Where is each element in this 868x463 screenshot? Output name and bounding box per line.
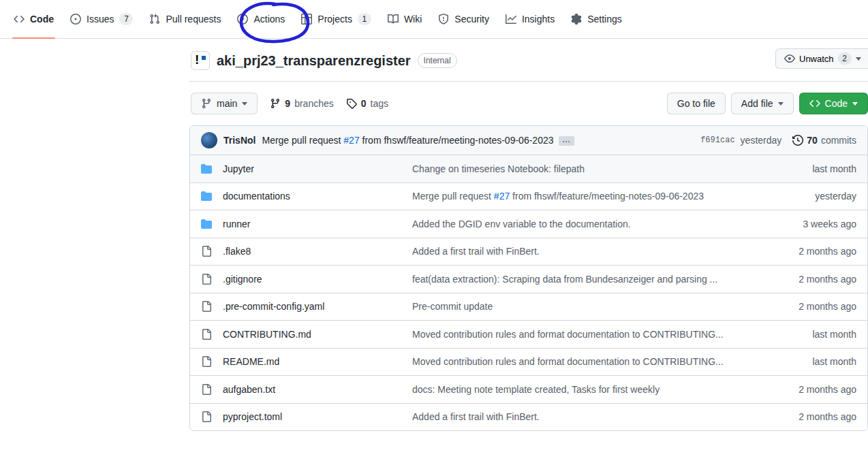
history-icon bbox=[792, 135, 803, 146]
latest-commit-bar: TrisNol Merge pull request #27 from fhsw… bbox=[190, 126, 867, 155]
table-row[interactable]: runner Added the DGID env variable to th… bbox=[190, 210, 867, 238]
chevron-down-icon bbox=[242, 102, 247, 106]
folder-icon bbox=[201, 191, 212, 202]
folder-icon bbox=[201, 163, 212, 174]
pr-link[interactable]: #27 bbox=[494, 191, 510, 202]
commits-count: 70 bbox=[807, 135, 818, 146]
commit-message-link[interactable]: feat(data extraction): Scraping data fro… bbox=[412, 274, 764, 285]
table-row[interactable]: CONTRIBUTING.md Moved contribution rules… bbox=[190, 320, 867, 348]
play-icon bbox=[237, 14, 248, 25]
commit-message-link[interactable]: docs: Meeting note template created, Tas… bbox=[412, 384, 764, 395]
table-row[interactable]: .pre-commit-config.yaml Pre-commit updat… bbox=[190, 293, 867, 321]
file-name-link[interactable]: Jupyter bbox=[223, 163, 401, 174]
file-name-link[interactable]: pyproject.toml bbox=[223, 411, 401, 422]
commit-age: last month bbox=[775, 329, 856, 340]
repo-header: ! aki_prj23_transparenzregister Internal… bbox=[189, 39, 868, 82]
tab-code[interactable]: Code bbox=[5, 0, 62, 38]
table-row[interactable]: documentations Merge pull request #27 fr… bbox=[190, 182, 867, 210]
branch-selector-button[interactable]: main bbox=[191, 93, 258, 114]
tags-link[interactable]: 0 tags bbox=[346, 98, 388, 109]
tab-settings[interactable]: Settings bbox=[563, 0, 630, 38]
tab-security-label: Security bbox=[454, 14, 489, 25]
commit-message-link[interactable]: Added a first trail with FinBert. bbox=[412, 246, 764, 257]
file-icon bbox=[201, 329, 212, 340]
tag-icon bbox=[346, 98, 357, 109]
tab-settings-label: Settings bbox=[587, 14, 622, 25]
file-icon bbox=[201, 384, 212, 395]
git-pull-request-icon bbox=[149, 14, 160, 25]
commit-age: yesterday bbox=[775, 191, 856, 202]
add-file-label: Add file bbox=[741, 98, 773, 109]
commit-sha-link[interactable]: f691cac bbox=[700, 135, 734, 145]
commit-message-link[interactable]: Moved contribution rules and format docu… bbox=[412, 356, 764, 367]
table-row[interactable]: Jupyter Change on timeseries Notebook: f… bbox=[190, 155, 867, 182]
tab-insights[interactable]: Insights bbox=[497, 0, 563, 38]
commit-age: 2 months ago bbox=[775, 384, 856, 395]
commit-date: yesterday bbox=[741, 135, 782, 146]
unwatch-button[interactable]: Unwatch 2 bbox=[775, 48, 868, 69]
tags-count: 0 bbox=[361, 98, 367, 109]
pr-link[interactable]: #27 bbox=[343, 135, 359, 146]
tab-pull-requests-label: Pull requests bbox=[166, 14, 221, 25]
go-to-file-button[interactable]: Go to file bbox=[667, 93, 726, 114]
commit-message-link[interactable]: Added the DGID env variable to the docum… bbox=[412, 219, 764, 229]
gear-icon bbox=[571, 14, 582, 25]
tab-wiki[interactable]: Wiki bbox=[379, 0, 430, 38]
file-icon bbox=[201, 246, 212, 257]
commit-message-link[interactable]: Added a first trail with FinBert. bbox=[412, 411, 764, 422]
add-file-button[interactable]: Add file bbox=[731, 93, 794, 114]
table-icon bbox=[301, 14, 312, 25]
shield-icon bbox=[438, 14, 449, 25]
commit-message-link[interactable]: Pre-commit update bbox=[412, 301, 764, 312]
commit-message-link[interactable]: Change on timeseries Notebook: filepath bbox=[412, 163, 764, 174]
file-icon bbox=[201, 356, 212, 367]
commit-age: 3 weeks ago bbox=[775, 219, 856, 229]
branches-label: branches bbox=[294, 98, 334, 109]
tab-actions[interactable]: Actions bbox=[229, 0, 293, 38]
issues-count-badge: 7 bbox=[119, 13, 133, 25]
branches-link[interactable]: 9 branches bbox=[270, 98, 333, 109]
commit-author-link[interactable]: TrisNol bbox=[223, 135, 255, 146]
file-name-link[interactable]: aufgaben.txt bbox=[223, 384, 401, 395]
commits-label: commits bbox=[821, 135, 856, 146]
file-icon bbox=[201, 301, 212, 312]
commit-age: 2 months ago bbox=[775, 246, 856, 257]
repo-toolbar: main 9 branches 0 tags Go to file Add fi… bbox=[189, 93, 868, 114]
commit-history-link[interactable]: 70 commits bbox=[792, 135, 856, 146]
tab-projects[interactable]: Projects 1 bbox=[293, 0, 379, 38]
git-branch-icon bbox=[270, 98, 281, 109]
file-name-link[interactable]: CONTRIBUTING.md bbox=[223, 329, 401, 340]
tab-code-label: Code bbox=[30, 14, 54, 25]
file-icon bbox=[201, 274, 212, 285]
commit-age: 2 months ago bbox=[775, 411, 856, 422]
watch-count-badge: 2 bbox=[838, 52, 852, 65]
branches-count: 9 bbox=[285, 98, 290, 109]
file-name-link[interactable]: .flake8 bbox=[223, 246, 401, 257]
file-name-link[interactable]: documentations bbox=[223, 191, 401, 202]
tab-issues[interactable]: Issues 7 bbox=[62, 0, 141, 38]
code-button[interactable]: Code bbox=[799, 93, 868, 114]
tab-security[interactable]: Security bbox=[430, 0, 497, 38]
file-name-link[interactable]: .gitignore bbox=[223, 274, 401, 285]
book-icon bbox=[388, 14, 399, 25]
table-row[interactable]: aufgaben.txt docs: Meeting note template… bbox=[190, 375, 867, 403]
file-name-link[interactable]: runner bbox=[223, 219, 401, 229]
table-row[interactable]: .gitignore feat(data extraction): Scrapi… bbox=[190, 265, 867, 293]
file-name-link[interactable]: .pre-commit-config.yaml bbox=[223, 301, 401, 312]
file-name-link[interactable]: README.md bbox=[223, 356, 401, 367]
table-row[interactable]: pyproject.toml Added a first trail with … bbox=[190, 403, 867, 431]
commit-author-avatar[interactable] bbox=[201, 132, 217, 148]
tab-pull-requests[interactable]: Pull requests bbox=[141, 0, 229, 38]
org-avatar[interactable]: ! bbox=[191, 51, 210, 70]
commit-message-link[interactable]: Merge pull request #27 from fhswf/featur… bbox=[412, 191, 764, 202]
repo-content: ! aki_prj23_transparenzregister Internal… bbox=[189, 39, 868, 431]
chevron-down-icon bbox=[852, 102, 858, 106]
table-row[interactable]: README.md Moved contribution rules and f… bbox=[190, 348, 867, 376]
commit-message[interactable]: Merge pull request #27 from fhswf/featur… bbox=[262, 135, 574, 146]
github-repo-page: Code Issues 7 Pull requests Actions Proj… bbox=[0, 0, 868, 431]
file-rows: Jupyter Change on timeseries Notebook: f… bbox=[190, 155, 867, 430]
commit-message-link[interactable]: Moved contribution rules and format docu… bbox=[412, 329, 764, 340]
unwatch-label: Unwatch bbox=[799, 54, 834, 64]
commit-ellipsis-button[interactable]: ... bbox=[559, 136, 574, 146]
table-row[interactable]: .flake8 Added a first trail with FinBert… bbox=[190, 238, 867, 266]
